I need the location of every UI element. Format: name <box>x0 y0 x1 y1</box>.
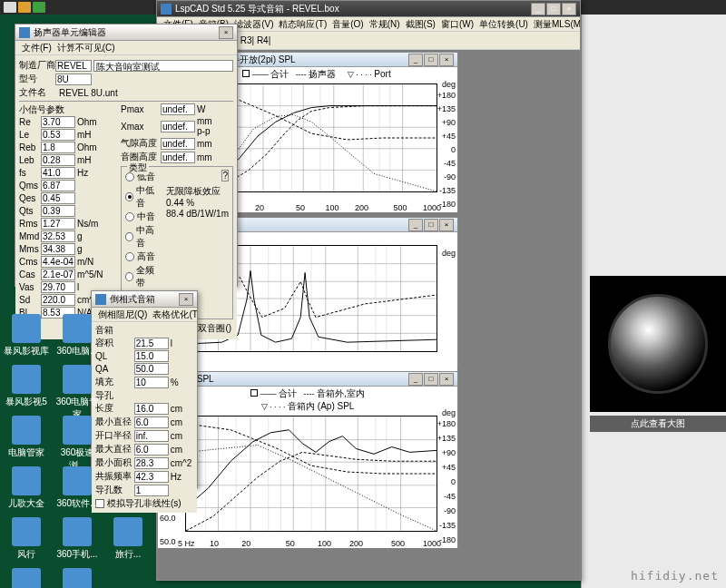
menu-item[interactable]: 滤波器(V) <box>231 17 276 31</box>
y-unit-r: deg <box>442 80 456 89</box>
desktop-icon[interactable]: 暴风影视5 <box>4 365 49 408</box>
desktop-icon[interactable]: 美图看看 <box>4 568 49 588</box>
desktop-icon[interactable]: 360电脑... <box>54 314 100 358</box>
damp-u1: % <box>186 198 194 208</box>
app-icon <box>63 314 92 343</box>
y-tick: +180 <box>437 91 456 100</box>
x-tick: 100 <box>326 203 339 212</box>
desktop-icon[interactable]: 电脑管家 <box>4 416 49 459</box>
icon-label: 风行 <box>4 548 49 561</box>
maximize-button[interactable]: □ <box>546 3 561 15</box>
chart3-legend: —— 合计 ---- 音箱外,室内 ▽ · · · · 音箱内 (Ap) SPL <box>158 387 457 414</box>
param-unit: cm^2 <box>169 458 193 468</box>
close-button[interactable]: × <box>439 54 454 66</box>
x-tick: 50 <box>286 539 295 548</box>
y-tick: +45 <box>442 463 456 472</box>
minimize-button[interactable]: _ <box>408 219 423 231</box>
menu-item[interactable]: 测量MLS(M) <box>531 17 580 31</box>
menu-item[interactable]: 精态响应(T) <box>276 17 329 31</box>
x-tick: 500 <box>394 203 407 212</box>
icon-label: 360软件... <box>54 497 100 510</box>
icon-label: 旅行... <box>105 548 151 561</box>
taskbar-app-icon[interactable] <box>33 2 45 13</box>
damp-u2: dB/1W/1m <box>186 209 229 219</box>
desktop[interactable]: 暴风影视库360电脑...暴风影视5360电脑专家电脑管家360极速浏...儿歌… <box>0 15 163 588</box>
desktop-icon[interactable]: 旅行... <box>105 517 151 561</box>
desktop-icon[interactable]: 360手机... <box>54 517 100 561</box>
minimize-button[interactable]: _ <box>531 3 545 15</box>
chart3-title: 室内 SPL <box>176 373 408 386</box>
y-tick: -135 <box>439 186 456 195</box>
app-icon <box>63 568 92 588</box>
desktop-icon[interactable]: 360电脑专家 <box>54 365 100 421</box>
damp-title: 无限障板效应 <box>166 185 229 198</box>
desktop-icon[interactable]: 2345智能浏览器 <box>54 568 100 588</box>
chart3-titlebar[interactable]: 室内 SPL _□× <box>158 372 457 387</box>
speaker-cone-icon <box>608 294 708 394</box>
y-tick: +90 <box>442 118 456 127</box>
desktop-icon[interactable]: 360软件... <box>54 466 100 510</box>
x-tick: 1000 <box>423 539 441 548</box>
param-unit: l <box>169 338 193 348</box>
menu-item[interactable]: 窗口(W) <box>438 17 476 31</box>
y-tick: -180 <box>439 535 456 544</box>
desktop-icon[interactable]: 暴风影视库 <box>4 314 49 358</box>
maximize-button[interactable]: □ <box>424 373 438 386</box>
taskbar-app-icon[interactable] <box>4 2 16 13</box>
close-button[interactable]: × <box>439 219 454 231</box>
main-titlebar[interactable]: LspCAD Std 5.25 导式音箱 - REVEL.box _ □ × <box>157 1 580 17</box>
param-input[interactable] <box>161 103 195 115</box>
desktop-icon[interactable]: 儿歌大全 <box>4 466 49 510</box>
param-unit: W <box>195 104 221 114</box>
close-button[interactable]: × <box>219 26 233 39</box>
param-input[interactable] <box>161 121 195 132</box>
param-unit: mm p-p <box>195 116 221 136</box>
icon-label: 360手机... <box>54 548 100 561</box>
y-tick: +45 <box>442 132 456 141</box>
param-input[interactable] <box>161 138 195 150</box>
chart3-window: 室内 SPL _□× —— 合计 ---- 音箱外,室内 ▽ · · · · 音… <box>157 371 458 547</box>
y-tick: 0 <box>451 477 456 486</box>
param-unit: cm <box>169 431 193 441</box>
thumb-caption[interactable]: 点此查看大图 <box>590 416 726 432</box>
close-button[interactable]: × <box>562 3 576 15</box>
desktop-icon[interactable]: 360极速浏... <box>54 416 100 472</box>
menu-item[interactable]: 常规(N) <box>367 17 403 31</box>
chart3-plot <box>185 416 437 532</box>
maximize-button[interactable]: □ <box>424 54 438 66</box>
param-unit: % <box>169 377 193 387</box>
menu-item[interactable]: 截图(S) <box>403 17 438 31</box>
x-tick: 100 <box>318 539 331 548</box>
app-icon <box>161 4 172 15</box>
menu-item[interactable]: 单位转换(U) <box>476 17 531 31</box>
icon-label: 电脑管家 <box>4 446 49 459</box>
x-tick: 50 <box>296 203 305 212</box>
param-unit: Hz <box>169 472 193 482</box>
close-button[interactable]: × <box>179 293 193 306</box>
taskbar-app-icon[interactable] <box>18 2 31 13</box>
desktop-icon[interactable]: 风行 <box>4 517 49 561</box>
x-tick: 500 <box>391 539 405 548</box>
param-unit: mm <box>195 152 221 162</box>
minimize-button[interactable]: _ <box>408 54 423 66</box>
damp-v2: 88.4 <box>166 209 183 219</box>
app-icon <box>63 365 92 394</box>
minimize-button[interactable]: _ <box>408 373 423 386</box>
maximize-button[interactable]: □ <box>424 219 438 231</box>
speaker-image-thumb[interactable] <box>590 276 726 412</box>
app-icon <box>12 365 41 394</box>
param-input[interactable] <box>161 152 195 163</box>
menu-item[interactable]: 音量(O) <box>329 17 366 31</box>
close-button[interactable]: × <box>439 373 454 386</box>
y-tick: +135 <box>437 434 456 443</box>
damp-v1: 0.44 <box>166 198 183 208</box>
y-unit-r: deg <box>442 249 456 258</box>
help-button[interactable]: ? <box>221 170 229 181</box>
app-icon <box>12 517 41 546</box>
cb2-label: 双音圈() <box>198 322 231 335</box>
param-unit: cm <box>169 445 193 455</box>
param-unit: cm <box>169 417 193 427</box>
watermark: hifidiy.net <box>631 569 719 583</box>
app-icon <box>12 314 41 343</box>
y-tick: +180 <box>437 419 456 428</box>
